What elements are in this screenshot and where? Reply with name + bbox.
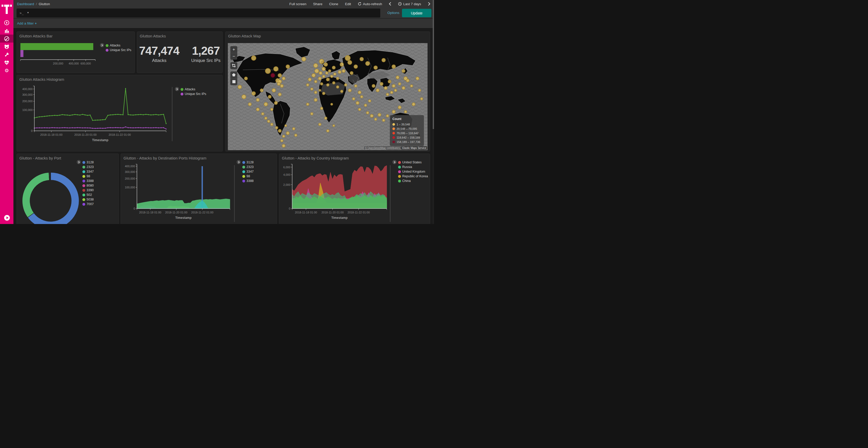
attack-bubble[interactable]	[308, 78, 312, 81]
attack-bubble[interactable]	[318, 89, 321, 92]
attack-bubble[interactable]	[314, 98, 317, 102]
attack-bubble[interactable]	[322, 75, 325, 78]
attack-bubble[interactable]	[396, 76, 399, 79]
legend-item[interactable]: 2323	[83, 165, 94, 169]
attack-bubble[interactable]	[332, 66, 336, 69]
legend-item[interactable]: United Kingdom	[398, 169, 428, 174]
attack-bubble[interactable]	[282, 144, 285, 148]
legend-item[interactable]: 3390	[83, 188, 94, 193]
options-link[interactable]: Options	[387, 11, 399, 15]
attack-bubble[interactable]	[352, 97, 355, 100]
attack-bubble[interactable]	[368, 99, 371, 102]
attack-bubble[interactable]	[264, 117, 268, 120]
attack-bubble[interactable]	[412, 102, 415, 106]
legend-item[interactable]: 3128	[242, 160, 254, 165]
attack-bubble[interactable]	[416, 77, 419, 80]
osm-attribution-link[interactable]: © OpenStreetMap contributors,	[364, 146, 402, 150]
legend-toggle-button[interactable]	[175, 87, 179, 91]
attack-bubble[interactable]	[392, 84, 396, 88]
attack-bubble[interactable]	[242, 95, 246, 99]
sidebar-item-management[interactable]: ⚙	[0, 67, 13, 75]
attack-bubble[interactable]	[404, 76, 408, 80]
legend-toggle-button[interactable]	[100, 43, 104, 47]
attack-bubble[interactable]	[284, 125, 287, 127]
sidebar-item-dashboard[interactable]	[0, 35, 13, 43]
attack-bubble[interactable]	[340, 90, 343, 93]
page-scrollbar[interactable]	[433, 0, 434, 224]
attack-bubble[interactable]	[314, 80, 317, 83]
attack-bubble[interactable]	[312, 73, 316, 77]
attack-bubble[interactable]	[392, 110, 396, 113]
attack-bubble[interactable]	[320, 82, 323, 85]
world-map[interactable]: + −	[228, 43, 428, 150]
legend-item[interactable]: Unique Src IPs	[106, 48, 131, 53]
attack-bubble[interactable]	[340, 63, 344, 67]
attack-bubble[interactable]	[326, 129, 330, 132]
attack-bubble[interactable]	[322, 92, 325, 95]
attack-bubble[interactable]	[256, 98, 259, 102]
full-screen-button[interactable]: Full screen	[289, 2, 306, 6]
attack-bubble[interactable]	[282, 77, 285, 80]
legend-item[interactable]: 2323	[242, 165, 254, 169]
attack-bubble[interactable]	[338, 70, 342, 74]
attack-bubble[interactable]	[275, 126, 278, 129]
attack-bubble[interactable]	[319, 59, 324, 64]
country-chart[interactable]: 02,0004,0006,0002018-11-18 01:002018-11-…	[280, 163, 389, 224]
attack-bubble[interactable]	[386, 93, 389, 96]
attack-bubble[interactable]	[314, 91, 317, 94]
breadcrumb-dashboard[interactable]: Dashboard	[17, 2, 34, 6]
attack-bubble[interactable]	[402, 69, 405, 73]
legend-item[interactable]: Unique Src IPs	[181, 92, 206, 96]
attack-bubble[interactable]	[358, 108, 361, 111]
legend-item[interactable]: 3128	[83, 160, 94, 165]
legend-scrollbar[interactable]	[390, 165, 391, 222]
attack-bubble[interactable]	[292, 127, 295, 130]
attack-bubble[interactable]	[364, 104, 367, 107]
legend-toggle-button[interactable]	[77, 160, 81, 164]
attack-bubble[interactable]	[273, 66, 278, 71]
attack-bubble[interactable]	[278, 129, 282, 133]
attacks-by-port-donut[interactable]	[21, 168, 83, 224]
legend-toggle-button[interactable]	[237, 160, 241, 164]
attack-bubble[interactable]	[370, 114, 374, 118]
attack-bubble[interactable]	[360, 57, 364, 61]
time-prev-button[interactable]	[389, 2, 392, 6]
attack-bubble[interactable]	[282, 135, 285, 138]
legend-item[interactable]: 3388	[83, 179, 94, 183]
attack-bubble[interactable]	[342, 69, 345, 73]
attack-bubble[interactable]	[348, 89, 351, 92]
attack-bubble[interactable]	[326, 78, 330, 81]
attack-bubble[interactable]	[267, 120, 270, 123]
attack-bubble[interactable]	[333, 125, 335, 127]
attack-bubble[interactable]	[265, 68, 271, 74]
sidebar-item-visualize[interactable]	[0, 27, 13, 35]
attack-bubble[interactable]	[314, 69, 319, 73]
attack-bubble[interactable]	[252, 91, 256, 96]
attack-bubble[interactable]	[365, 61, 370, 66]
legend-item[interactable]: United States	[398, 160, 428, 165]
attack-bubble[interactable]	[398, 106, 401, 109]
map-zoom-out-button[interactable]: −	[230, 53, 237, 60]
dest-ports-chart[interactable]: 0100,000200,000300,000400,0002018-11-18 …	[123, 163, 232, 224]
attack-bubble[interactable]	[333, 72, 336, 76]
sidebar-collapse-button[interactable]	[4, 215, 10, 221]
attack-bubble[interactable]	[390, 91, 393, 94]
attacks-histogram-chart[interactable]: 0100,000200,000300,000400,0002018-11-18 …	[20, 84, 170, 148]
attack-bubble[interactable]	[244, 77, 248, 80]
attack-bubble[interactable]	[356, 101, 359, 105]
legend-item[interactable]: 7007	[83, 202, 94, 206]
attack-bubble[interactable]	[264, 102, 268, 106]
attack-bubble[interactable]	[270, 123, 273, 126]
attack-bubble[interactable]	[313, 63, 318, 68]
attack-bubble[interactable]	[280, 84, 284, 88]
attack-bubble[interactable]	[374, 66, 378, 70]
legend-item[interactable]: 3347	[242, 169, 254, 174]
legend-item[interactable]: 3388	[242, 179, 254, 183]
attack-bubble[interactable]	[331, 103, 333, 106]
attack-bubble[interactable]	[306, 103, 309, 106]
attack-bubble[interactable]	[318, 77, 322, 80]
legend-item[interactable]: 502	[83, 193, 94, 197]
attack-bubble[interactable]	[366, 111, 369, 114]
legend-item[interactable]: Russia	[398, 165, 428, 169]
attack-bubble[interactable]	[332, 81, 335, 84]
